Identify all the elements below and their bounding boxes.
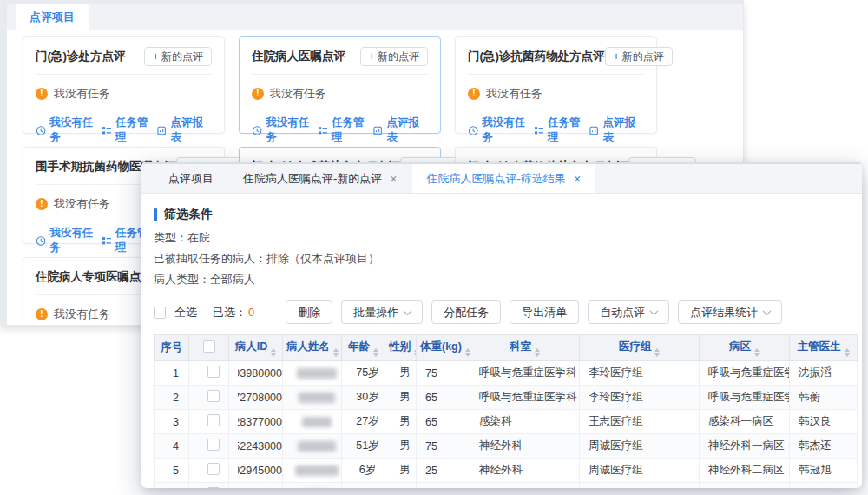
cell-doctor: 韩冠旭: [790, 459, 858, 483]
column-header-病人ID[interactable]: 病人ID: [229, 335, 283, 361]
row-checkbox[interactable]: [207, 439, 220, 451]
cell-age: 31岁: [342, 483, 385, 489]
select-all-checkbox[interactable]: [154, 307, 166, 319]
row-checkbox[interactable]: [207, 487, 220, 488]
accent-bar: [154, 208, 157, 221]
sort-icon[interactable]: [845, 348, 850, 357]
cell-age: 75岁: [342, 361, 385, 386]
filter-results-window: 点评项目 住院病人医嘱点评-新的点评 × 住院病人医嘱点评-筛选结果 × 筛选条…: [141, 162, 862, 488]
cell-ward: 呼吸与危重症医学科...: [700, 361, 790, 386]
column-header-科室[interactable]: 科室: [470, 335, 580, 361]
close-icon[interactable]: ×: [390, 173, 397, 185]
card-links: 我没有任务 任务管理 点评报表: [36, 116, 212, 145]
cell-no: 6: [155, 483, 189, 489]
table-toolbar: 全选 已选：0 删除 批量操作 分配任务 导出清单 自动点评 点评结果统计: [154, 300, 857, 324]
window-tab-0[interactable]: 点评项目: [154, 164, 228, 193]
review-report-link[interactable]: 点评报表: [372, 116, 428, 145]
filter-section-title: 筛选条件: [154, 207, 857, 222]
column-header-年龄[interactable]: 年龄: [342, 335, 385, 361]
toolbar-button-2[interactable]: 分配任务: [431, 300, 501, 324]
toolbar-button-0[interactable]: 删除: [286, 300, 332, 324]
task-management-link[interactable]: 任务管理: [102, 116, 157, 145]
report-icon: [156, 125, 167, 136]
column-header-病人姓名[interactable]: 病人姓名: [283, 335, 342, 361]
column-header-性别[interactable]: 性别: [385, 335, 417, 361]
sort-icon[interactable]: [271, 348, 276, 357]
card-status-text: 我没有任务: [54, 307, 110, 322]
row-checkbox-cell: [189, 361, 229, 386]
header-checkbox[interactable]: [203, 340, 215, 353]
my-tasks-link[interactable]: 我没有任务: [36, 226, 102, 255]
review-projects-tabbar: 点评项目: [7, 4, 743, 30]
cell-dept: 神经外科: [470, 459, 580, 483]
sort-icon[interactable]: [654, 348, 660, 357]
new-review-button[interactable]: + 新的点评: [144, 47, 212, 66]
clock-icon: [252, 125, 262, 136]
sort-icon[interactable]: [754, 348, 760, 357]
toolbar-button-4[interactable]: 自动点评: [588, 300, 669, 324]
sort-icon[interactable]: [465, 348, 470, 357]
tasks-icon: [534, 125, 544, 136]
patient-id-cell: 3577700000: [229, 483, 283, 489]
table-row: 1169398000075岁男75呼吸与危重症医学科李玲医疗组呼吸与危重症医学科…: [155, 361, 858, 386]
tab-review-projects[interactable]: 点评项目: [16, 4, 89, 30]
cell-dept: 感染科: [470, 410, 580, 434]
table-row: 530929450006岁男25神经外科周诚医疗组神经外科二病区韩冠旭: [155, 459, 858, 483]
card-status-text: 我没有任务: [54, 196, 110, 212]
patient-id-cell: 3092945000: [229, 459, 283, 483]
sort-icon[interactable]: [373, 348, 378, 357]
new-review-button[interactable]: + 新的点评: [360, 47, 428, 66]
row-checkbox-cell: [189, 434, 229, 459]
card-divider: [252, 74, 428, 75]
row-checkbox[interactable]: [207, 390, 220, 402]
card-header: 住院病人医嘱点评 + 新的点评: [252, 47, 428, 66]
filter-condition: 已被抽取任务的病人：排除（仅本点评项目）: [154, 248, 857, 269]
cell-group: 王志医疗组: [580, 410, 700, 434]
cell-dept: 呼吸与危重症医学科: [470, 386, 580, 410]
cell-age: 27岁: [342, 410, 385, 434]
row-checkbox[interactable]: [207, 414, 220, 426]
window-tab-2[interactable]: 住院病人医嘱点评-筛选结果 ×: [412, 164, 596, 193]
row-checkbox-cell: [189, 410, 229, 434]
my-tasks-link[interactable]: 我没有任务: [36, 116, 102, 145]
filter-condition: 类型：在院: [154, 228, 857, 248]
close-icon[interactable]: ×: [574, 173, 581, 185]
tasks-icon: [318, 125, 328, 136]
window-tab-1[interactable]: 住院病人医嘱点评-新的点评 ×: [228, 164, 412, 193]
task-management-link[interactable]: 任务管理: [318, 116, 373, 145]
column-header-体重(kg)[interactable]: 体重(kg): [417, 335, 470, 361]
column-header-医疗组[interactable]: 医疗组: [580, 335, 700, 361]
cell-no: 4: [155, 434, 189, 459]
my-tasks-link[interactable]: 我没有任务: [468, 116, 534, 145]
toolbar-button-3[interactable]: 导出清单: [510, 300, 579, 324]
sort-icon[interactable]: [333, 348, 339, 357]
toolbar-button-1[interactable]: 批量操作: [341, 300, 423, 324]
column-header-主管医生[interactable]: 主管医生: [790, 335, 858, 361]
my-tasks-link[interactable]: 我没有任务: [252, 116, 318, 145]
selected-count: 0: [248, 306, 254, 319]
review-report-link[interactable]: 点评报表: [589, 116, 644, 145]
filter-results-content: 筛选条件 类型：在院已被抽取任务的病人：排除（仅本点评项目）病人类型：全部病人 …: [141, 194, 862, 488]
review-report-link[interactable]: 点评报表: [156, 116, 212, 145]
cell-group: 周诚医疗组: [580, 459, 700, 483]
patients-table: 序号病人ID病人姓名年龄性别体重(kg)科室医疗组病区主管医生 11693980…: [154, 334, 858, 488]
review-card: 住院病人医嘱点评 + 新的点评 ! 我没有任务 我没有任务 任务管理 点评报表: [239, 36, 441, 134]
cell-doctor: 沈振滔: [790, 361, 858, 386]
cell-ward: 神经外科二病区: [700, 459, 790, 483]
new-review-button[interactable]: + 新的点评: [605, 47, 673, 66]
sort-icon[interactable]: [535, 348, 540, 357]
table-row: 3462837700027岁男65感染科王志医疗组感染科一病区韩汉良: [155, 410, 858, 434]
clock-icon: [468, 125, 478, 136]
table-header-row: 序号病人ID病人姓名年龄性别体重(kg)科室医疗组病区主管医生: [155, 335, 858, 361]
cell-age: 51岁: [342, 434, 385, 459]
column-header-checkbox[interactable]: [189, 335, 229, 361]
warning-icon: !: [252, 88, 264, 100]
task-management-link[interactable]: 任务管理: [534, 116, 589, 145]
chevron-down-icon: [650, 307, 659, 315]
row-checkbox[interactable]: [207, 366, 220, 378]
column-header-病区[interactable]: 病区: [700, 335, 790, 361]
row-checkbox[interactable]: [207, 463, 220, 475]
toolbar-button-5[interactable]: 点评结果统计: [678, 300, 782, 324]
tasks-icon: [102, 125, 112, 136]
cell-doctor: 韩杰还: [790, 434, 858, 459]
